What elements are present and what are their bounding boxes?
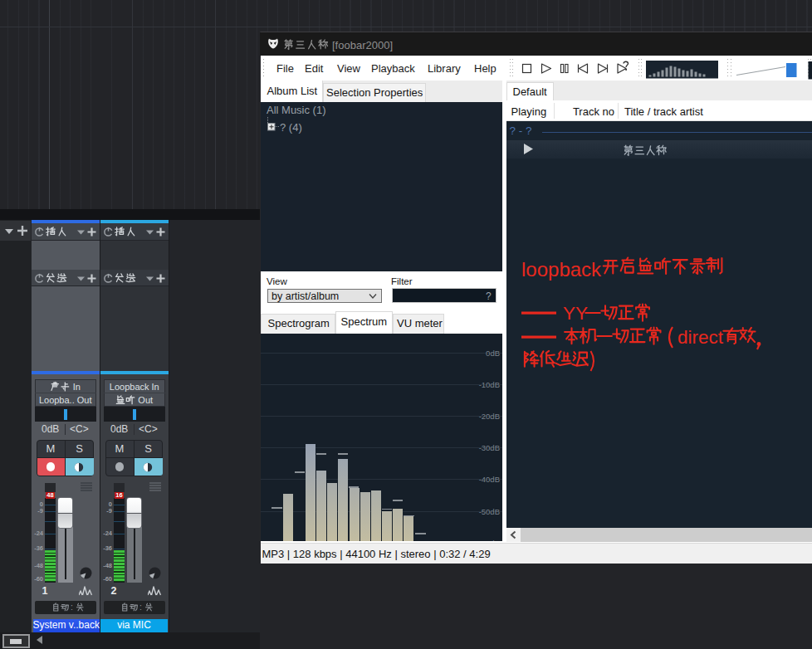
svg-text::: :	[71, 602, 73, 612]
svg-text::: :	[139, 602, 142, 612]
svg-text:YY: YY	[563, 303, 588, 324]
svg-text:direct: direct	[677, 327, 724, 348]
svg-text:[foobar2000]: [foobar2000]	[332, 39, 393, 51]
svg-text:In: In	[71, 382, 81, 392]
svg-text:Out: Out	[135, 395, 153, 405]
svg-text:Loopba.. Out: Loopba.. Out	[39, 395, 92, 405]
svg-text:loopback: loopback	[521, 258, 602, 281]
svg-text:Loopback In: Loopback In	[110, 382, 159, 392]
